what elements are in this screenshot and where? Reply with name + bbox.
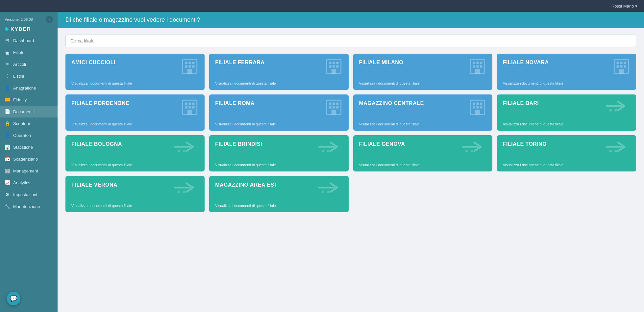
logo-text: KYBER [11,26,31,32]
sidebar-item-fidelity[interactable]: 💳 Fidelity [0,94,58,106]
card-subtitle: Visualizza i documenti di questa filiale [71,81,199,85]
sidebar-item-dashboard[interactable]: ⊟ Dashboard [0,35,58,46]
sidebar-label-articoli: Articoli [13,62,26,67]
sidebar-item-impostazioni[interactable]: ⚙ Impostazioni [0,189,58,200]
svg-point-69 [327,191,330,193]
svg-point-64 [609,150,612,152]
svg-rect-23 [475,69,480,74]
management-icon: 🏢 [5,168,10,173]
card-subtitle: Visualizza i documenti di questa filiale [71,163,199,167]
statistiche-icon: 📊 [5,144,10,150]
filiale-card-filiale-roma[interactable]: FILIALE ROMA Visualizza i documenti di q… [209,94,348,131]
user-menu[interactable]: Rossi Mario ▾ [611,4,637,9]
sidebar-label-listini: Listini [13,74,24,79]
operatori-icon: 👤 [5,133,10,138]
scadenziario-icon: 📅 [5,156,10,162]
svg-rect-7 [187,69,192,74]
sidebar-item-listini[interactable]: ⋮ Listini [0,70,58,82]
svg-rect-46 [336,106,338,108]
sidebar-item-operatori[interactable]: 👤 Operatori [0,129,58,141]
sidebar-label-anagrafiche: Anagrafiche [13,86,36,91]
search-input[interactable] [65,35,636,47]
filiale-card-filiale-novara[interactable]: FILIALE NOVARA Visualizza i documenti di… [497,54,636,90]
sidebar-item-articoli[interactable]: ≡ Articoli [0,58,58,70]
sidebar-item-scadenziario[interactable]: 📅 Scadenziario [0,153,58,165]
card-title: FILIALE MILANO [359,60,486,65]
svg-point-59 [183,150,186,152]
filiale-card-amici-cuccioli[interactable]: AMICI CUCCIOLI Visualizza i documenti di… [65,54,205,90]
card-subtitle: Visualizza i documenti di questa filiale [503,81,630,85]
filiale-card-filiale-milano[interactable]: FILIALE MILANO Visualizza i documenti di… [353,54,492,90]
anagrafiche-icon: 👤 [5,85,10,91]
sidebar-collapse-button[interactable]: ‹ [46,16,53,23]
sidebar-item-scontrini[interactable]: 🔒 Scontrini [0,117,58,129]
page-title: Di che filiale o magazzino vuoi vedere i… [65,16,200,23]
filiale-card-filiale-genova[interactable]: FILIALE GENOVA Visualizza i documenti di… [353,135,492,171]
sidebar-item-anagrafiche[interactable]: 👤 Anagrafiche [0,82,58,94]
card-title: AMICI CUCCIOLI [71,60,199,65]
filiale-card-filiale-ferrara[interactable]: FILIALE FERRARA Visualizza i documenti d… [209,54,348,90]
card-subtitle: Visualizza i documenti di questa filiale [359,81,486,85]
analytics-icon: 📈 [5,180,10,185]
filiale-card-magazzino-area-est[interactable]: MAGAZZINO AREA EST Visualizza i document… [209,176,348,212]
sidebar-label-fidelity: Fidelity [13,97,27,102]
manutenzione-icon: 🔧 [5,204,10,209]
card-title: MAGAZZINO CENTRALE [359,100,486,106]
svg-rect-44 [329,106,331,108]
page-header: Di che filiale o magazzino vuoi vedere i… [58,12,644,28]
card-title: FILIALE PORDENONE [71,100,199,106]
card-title: FILIALE TORINO [503,141,630,147]
svg-point-56 [609,109,612,112]
sidebar-item-manutenzione[interactable]: 🔧 Manutenzione [0,200,58,212]
filiale-card-filiale-verona[interactable]: FILIALE VERONA Visualizza i documenti di… [65,176,205,212]
sidebar-item-filiali[interactable]: ▣ Filiali [0,46,58,58]
card-subtitle: Visualizza i documenti di questa filiale [215,122,342,126]
card-title: FILIALE BOLOGNA [71,141,199,147]
main-content: Di che filiale o magazzino vuoi vedere i… [58,12,644,312]
filiale-card-filiale-brindisi[interactable]: FILIALE BRINDISI Visualizza i documenti … [209,135,348,171]
svg-rect-15 [331,69,336,74]
sidebar-label-statistiche: Statistiche [13,145,33,150]
svg-rect-20 [473,65,475,67]
articoli-icon: ≡ [5,62,10,67]
sidebar-label-impostazioni: Impostazioni [13,192,37,197]
svg-rect-52 [473,106,475,108]
svg-point-68 [322,191,324,193]
filiale-card-filiale-bari[interactable]: FILIALE BARI Visualizza i documenti di q… [497,94,636,131]
card-title: FILIALE NOVARA [503,60,630,65]
svg-rect-28 [617,65,619,67]
sidebar-label-analytics: Analytics [13,180,30,185]
card-title: FILIALE GENOVA [359,141,486,147]
sidebar-item-statistiche[interactable]: 📊 Statistiche [0,141,58,153]
chat-button[interactable]: 💬 [7,292,20,305]
card-title: FILIALE VERONA [71,182,199,188]
svg-rect-53 [476,106,479,108]
filiale-card-magazzino-centrale[interactable]: MAGAZZINO CENTRALE Visualizza i document… [353,94,492,131]
sidebar-label-operatori: Operatori [13,133,31,138]
svg-rect-37 [189,106,191,108]
card-subtitle: Visualizza i documenti di questa filiale [215,204,342,208]
svg-rect-47 [331,110,336,115]
sidebar-item-documenti[interactable]: 📄 Documenti [0,106,58,117]
version-label: Versione: 2.06.08 [5,17,33,21]
filiale-card-filiale-torino[interactable]: FILIALE TORINO Visualizza i documenti di… [497,135,636,171]
card-subtitle: Visualizza i documenti di questa filiale [359,122,486,126]
svg-rect-45 [333,106,335,108]
svg-point-60 [322,150,324,152]
sidebar-label-filiali: Filiali [13,50,23,55]
dashboard-icon: ⊟ [5,38,10,43]
svg-rect-14 [336,65,338,67]
card-subtitle: Visualizza i documenti di questa filiale [503,163,630,167]
documenti-icon: 📄 [5,109,10,114]
filiale-card-filiale-bologna[interactable]: FILIALE BOLOGNA Visualizza i documenti d… [65,135,205,171]
sidebar-label-scadenziario: Scadenziario [13,157,38,162]
svg-rect-36 [185,106,187,108]
svg-point-63 [471,150,473,152]
svg-rect-30 [624,65,626,67]
sidebar-item-analytics[interactable]: 📈 Analytics [0,177,58,189]
listini-icon: ⋮ [5,73,10,79]
filiale-card-filiale-pordenone[interactable]: FILIALE PORDENONE Visualizza i documenti… [65,94,205,131]
content-area: AMICI CUCCIOLI Visualizza i documenti di… [58,28,644,312]
sidebar-item-management[interactable]: 🏢 Management [0,165,58,177]
filiale-grid: AMICI CUCCIOLI Visualizza i documenti di… [65,54,636,212]
